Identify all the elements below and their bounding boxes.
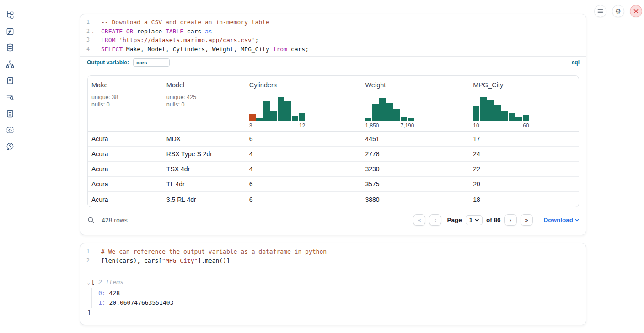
table-cell: 6 — [246, 135, 362, 143]
file-explorer-icon[interactable] — [5, 10, 16, 21]
code-token: ; — [255, 37, 259, 43]
code-token: CREATE OR — [101, 28, 133, 35]
fold-chevron-icon[interactable]: ⌄ — [90, 27, 96, 36]
page-select[interactable]: 1 — [466, 215, 483, 225]
code-token: from — [273, 46, 287, 53]
table-footer: 428 rows « ‹ Page 1 of 86 › » Download — [80, 207, 586, 226]
table-cell: Acura — [88, 196, 163, 203]
code-token: replace — [133, 28, 165, 35]
histogram-bar[interactable] — [284, 101, 291, 121]
stat-line: unique: 425 — [166, 94, 242, 101]
histogram-bar[interactable] — [263, 101, 270, 121]
table-cell: 4451 — [361, 135, 469, 143]
code-line-text[interactable]: # We can reference the output variable a… — [97, 247, 327, 256]
output-entries: 0: 4281: 20.060747663551403 — [91, 288, 579, 308]
code-line-text[interactable]: -- Download a CSV and create an in-memor… — [97, 18, 269, 27]
collapse-chevron-icon[interactable]: ⌄ — [87, 280, 90, 285]
output-variable-row: Output variable: sql — [80, 56, 586, 69]
histogram-bar[interactable] — [278, 97, 284, 121]
column-histogram: 312 — [249, 97, 306, 129]
table-cell: 3230 — [361, 165, 469, 173]
histogram-bar[interactable] — [292, 116, 298, 121]
histogram-bar[interactable] — [372, 104, 379, 121]
output-variable-input[interactable] — [133, 58, 170, 67]
histogram-bar[interactable] — [487, 100, 494, 121]
histogram-bar[interactable] — [249, 114, 256, 121]
menu-icon[interactable] — [594, 5, 606, 17]
code-token: TABLE — [166, 28, 183, 35]
table-cell: 3.5 RL 4dr — [163, 196, 246, 203]
shutdown-close-icon[interactable] — [630, 5, 642, 17]
page-total-label: of 86 — [486, 217, 501, 223]
code-line-text[interactable]: CREATE OR replace TABLE cars as — [97, 27, 212, 36]
code-line: 1# We can reference the output variable … — [80, 247, 586, 256]
histogram-max-label: 7,190 — [400, 122, 414, 129]
histogram-bar[interactable] — [299, 113, 305, 121]
histogram-bar[interactable] — [408, 118, 414, 121]
histogram-bar[interactable] — [386, 103, 393, 121]
next-page-button[interactable]: › — [504, 214, 517, 226]
page-label: Page — [447, 217, 462, 223]
scratchpad-icon[interactable] — [5, 75, 16, 86]
help-icon[interactable] — [5, 141, 16, 152]
gutter: 2⌄ — [80, 27, 97, 36]
histogram-bars — [473, 97, 529, 121]
documentation-icon[interactable] — [5, 108, 16, 119]
code-line-text[interactable]: FROM 'https://datasets.marimo.app/cars.c… — [97, 36, 258, 45]
code-token: "MPG_City" — [162, 257, 198, 264]
datasources-icon[interactable] — [5, 42, 16, 53]
histogram-bar[interactable] — [523, 115, 529, 121]
search-icon[interactable] — [87, 217, 95, 224]
histogram-axis-labels: 1060 — [473, 122, 529, 129]
stat-line: nulls: 0 — [166, 101, 242, 108]
column-header[interactable]: Weight1,8507,190 — [361, 76, 469, 131]
table-of-contents-search-icon[interactable] — [5, 92, 16, 103]
stat-line: unique: 38 — [91, 94, 159, 101]
sql-code-editor[interactable]: 1-- Download a CSV and create an in-memo… — [80, 14, 586, 56]
column-label: Model — [166, 81, 242, 89]
pagination: « ‹ Page 1 of 86 › » Download — [413, 214, 579, 226]
histogram-min-label: 1,850 — [365, 122, 379, 129]
output-tree-header: ⌄[ 2 Items — [87, 277, 579, 288]
histogram-bar[interactable] — [501, 111, 508, 121]
first-page-button[interactable]: « — [413, 214, 425, 226]
table-cell: 2778 — [361, 150, 469, 158]
code-token: as — [205, 28, 212, 35]
column-header[interactable]: Modelunique: 425nulls: 0 — [163, 76, 246, 131]
download-label: Download — [544, 217, 574, 223]
histogram-bar[interactable] — [393, 109, 400, 121]
prev-page-button[interactable]: ‹ — [429, 214, 441, 226]
code-line-text[interactable]: SELECT Make, Model, Cylinders, Weight, M… — [97, 45, 309, 54]
line-number: 1 — [80, 247, 90, 256]
histogram-bar[interactable] — [401, 117, 407, 121]
histogram-bar[interactable] — [256, 118, 263, 121]
table-cell: 4 — [246, 150, 362, 158]
dependency-graph-icon[interactable] — [5, 59, 16, 70]
histogram-bar[interactable] — [515, 117, 522, 121]
gutter: 2 — [80, 256, 97, 265]
last-page-button[interactable]: » — [521, 214, 533, 226]
items-count: 2 Items — [98, 279, 123, 285]
column-label: Make — [91, 81, 159, 89]
line-number: 2 — [80, 27, 90, 36]
snippets-icon[interactable] — [5, 125, 16, 136]
histogram-min-label: 10 — [473, 122, 479, 129]
histogram-bar[interactable] — [365, 118, 371, 121]
line-number: 1 — [80, 18, 90, 27]
histogram-bar[interactable] — [509, 113, 515, 121]
histogram-bar[interactable] — [494, 105, 501, 121]
histogram-bar[interactable] — [480, 97, 487, 121]
output-entry: 1: 20.060747663551403 — [98, 298, 579, 308]
python-code-editor[interactable]: 1# We can reference the output variable … — [80, 243, 586, 268]
histogram-bar[interactable] — [270, 111, 277, 121]
functions-icon[interactable] — [5, 26, 16, 37]
column-header[interactable]: Makeunique: 38nulls: 0 — [88, 76, 163, 131]
column-header[interactable]: Cylinders312 — [246, 76, 362, 131]
code-line-text[interactable]: [len(cars), cars["MPG_City"].mean()] — [97, 256, 230, 265]
column-header[interactable]: MPG_City1060 — [469, 76, 579, 131]
histogram-bar[interactable] — [379, 98, 386, 121]
close-bracket: ] — [87, 308, 579, 318]
settings-gear-icon[interactable]: ⚙ — [612, 5, 624, 17]
download-button[interactable]: Download — [544, 217, 580, 223]
histogram-bar[interactable] — [473, 106, 479, 121]
